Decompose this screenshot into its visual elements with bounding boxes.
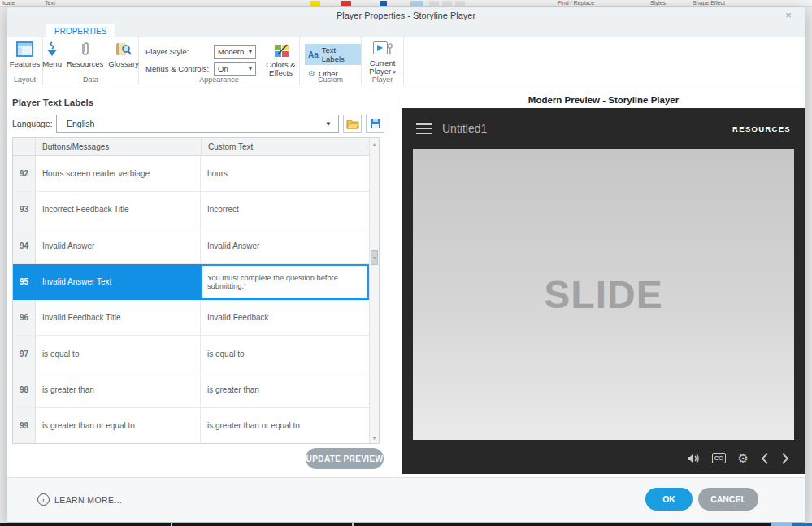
buttons-messages-cell[interactable]: is equal to — [36, 336, 201, 372]
settings-gear-icon[interactable]: ⚙ — [738, 452, 749, 464]
captions-icon[interactable]: CC — [712, 453, 726, 463]
player-resources-link[interactable]: RESOURCES — [732, 124, 791, 133]
ribbon: Features Layout Menu Resources — [7, 37, 805, 85]
custom-text-editor[interactable]: You must complete the question before su… — [201, 264, 369, 299]
volume-icon[interactable] — [687, 453, 700, 464]
save-labels-button[interactable] — [366, 115, 384, 133]
player-style-label: Player Style: — [145, 47, 214, 56]
row-number-cell[interactable]: 97 — [13, 336, 36, 372]
previous-icon[interactable] — [761, 453, 769, 464]
player-header: Untitled1 RESOURCES — [402, 108, 805, 149]
row-number-cell[interactable]: 99 — [13, 408, 36, 443]
custom-text-cell[interactable]: is greater than or equal to — [201, 408, 369, 443]
gray-box-icon — [455, 1, 465, 6]
scrollbar-thumb[interactable]: ≡ — [371, 250, 378, 265]
table-row[interactable]: 93Incorrect Feedback TitleIncorrect — [13, 192, 369, 228]
row-number-cell[interactable]: 98 — [13, 372, 36, 408]
group-label-appearance: Appearance — [139, 76, 299, 84]
text-labels-table: Buttons/Messages Custom Text 92Hours scr… — [12, 137, 380, 444]
buttons-messages-cell[interactable]: is greater than — [36, 372, 201, 408]
ribbon-group-layout: Features Layout — [7, 37, 43, 85]
scroll-up-icon[interactable]: ▲ — [370, 138, 379, 150]
update-preview-button[interactable]: UPDATE PREVIEW — [306, 448, 384, 469]
buttons-messages-cell[interactable]: Invalid Feedback Title — [36, 300, 201, 336]
taskbar-tick — [171, 523, 172, 526]
yellow-swatch-icon — [310, 1, 320, 6]
table-row[interactable]: 95Invalid Answer TextYou must complete t… — [13, 264, 369, 300]
buttons-messages-cell[interactable]: Invalid Answer Text — [36, 264, 201, 300]
group-label-custom: Custom — [300, 76, 361, 84]
current-player-icon — [373, 41, 393, 58]
row-number-header — [13, 138, 36, 155]
table-row[interactable]: 92Hours screen reader verbiagehours — [13, 156, 369, 192]
chevron-down-icon: ▼ — [245, 63, 255, 75]
table-row[interactable]: 99is greater than or equal tois greater … — [13, 408, 369, 443]
dialog-content: Player Text Labels Language: English ▼ — [7, 85, 805, 477]
language-label: Language: — [12, 119, 56, 128]
bg-fragment: Find / Replace — [558, 0, 594, 6]
bg-fragment: licate — [2, 0, 15, 6]
menu-button[interactable]: Menu — [42, 41, 62, 68]
table-body: 92Hours screen reader verbiagehours93Inc… — [13, 156, 369, 443]
menu-icon — [44, 41, 60, 57]
group-label-player: Player — [362, 76, 403, 84]
row-number-cell[interactable]: 93 — [13, 192, 36, 228]
tab-properties[interactable]: PROPERTIES — [46, 24, 115, 37]
group-label-data: Data — [43, 76, 138, 84]
custom-text-cell[interactable]: is equal to — [201, 336, 369, 372]
player-style-select[interactable]: Modern ▼ — [214, 45, 256, 59]
custom-text-cell[interactable]: Incorrect — [201, 192, 369, 228]
highlight-box-icon — [410, 1, 423, 6]
dialog-title: Player Properties - Storyline Player — [7, 11, 805, 20]
custom-text-cell[interactable]: is greater than — [201, 372, 369, 408]
player-preview: Untitled1 RESOURCES SLIDE CC ⚙ — [402, 108, 805, 474]
row-number-cell[interactable]: 94 — [13, 228, 36, 264]
row-number-cell[interactable]: 95 — [13, 264, 36, 300]
current-player-button[interactable]: Current Player ▾ — [369, 41, 395, 76]
table-row[interactable]: 97is equal tois equal to — [13, 336, 369, 372]
buttons-messages-cell[interactable]: is greater than or equal to — [36, 408, 201, 443]
table-scrollbar[interactable]: ▲ ≡ ▼ — [369, 138, 379, 443]
slide-area: SLIDE — [413, 149, 794, 440]
learn-more-link[interactable]: i LEARN MORE... — [37, 493, 122, 506]
chevron-down-icon: ▼ — [245, 46, 255, 58]
close-icon[interactable]: × — [782, 9, 795, 22]
blue-arrow-icon — [380, 1, 387, 6]
row-number-cell[interactable]: 96 — [13, 300, 36, 336]
table-row[interactable]: 98is greater thanis greater than — [13, 372, 369, 408]
ok-button[interactable]: OK — [645, 488, 693, 511]
resources-button[interactable]: Resources — [67, 41, 103, 68]
custom-text-cell[interactable]: hours — [201, 156, 369, 192]
open-labels-button[interactable] — [343, 115, 362, 133]
menu-hamburger-icon[interactable] — [416, 123, 432, 134]
bg-fragment: Styles — [650, 0, 666, 6]
buttons-messages-cell[interactable]: Incorrect Feedback Title — [36, 192, 201, 228]
buttons-messages-cell[interactable]: Hours screen reader verbiage — [36, 156, 201, 192]
language-select[interactable]: English ▼ — [56, 115, 339, 133]
cancel-button[interactable]: CANCEL — [698, 488, 758, 511]
ribbon-group-data: Menu Resources Glossary — [43, 37, 139, 85]
custom-text-cell[interactable]: Invalid Feedback — [201, 300, 369, 336]
buttons-messages-cell[interactable]: Invalid Answer — [36, 228, 201, 264]
scroll-down-icon[interactable]: ▼ — [370, 432, 379, 443]
gray-box-icon — [429, 1, 439, 6]
menus-controls-select[interactable]: On ▼ — [214, 62, 256, 76]
table-row[interactable]: 94Invalid AnswerInvalid Answer — [13, 228, 369, 264]
row-number-cell[interactable]: 92 — [13, 156, 36, 192]
next-icon[interactable] — [781, 453, 789, 464]
taskbar-item — [771, 523, 792, 526]
taskbar-strip — [0, 523, 812, 526]
custom-text-cell[interactable]: You must complete the question before su… — [201, 264, 369, 300]
colors-effects-button[interactable]: Colors & Effects — [263, 44, 299, 79]
glossary-button[interactable]: Glossary — [108, 41, 138, 68]
features-button[interactable]: Features — [10, 41, 41, 68]
player-course-title: Untitled1 — [442, 122, 487, 135]
chevron-down-icon: ▼ — [325, 120, 332, 128]
custom-text-cell[interactable]: Invalid Answer — [201, 228, 369, 264]
text-labels-button[interactable]: Aa Text Labels — [305, 44, 361, 65]
table-row[interactable]: 96Invalid Feedback TitleInvalid Feedback — [13, 300, 369, 336]
wrench-icon — [387, 43, 393, 56]
panel-divider — [397, 85, 397, 477]
player-text-labels-heading: Player Text Labels — [12, 98, 93, 107]
save-icon — [370, 118, 381, 129]
